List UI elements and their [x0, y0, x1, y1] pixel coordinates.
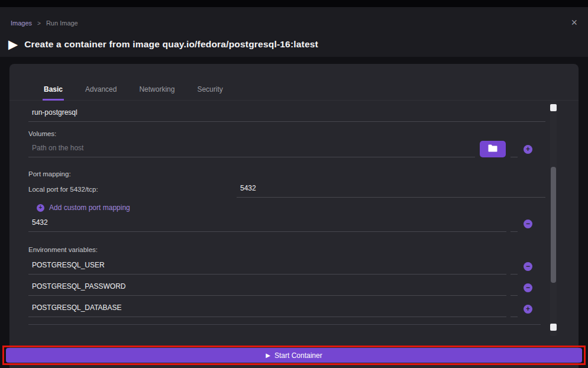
add-volume-icon[interactable]: + — [524, 145, 532, 154]
page-header: Images > Run Image × ▶ Create a containe… — [0, 7, 588, 57]
env-name-input[interactable] — [28, 301, 506, 317]
tab-basic[interactable]: Basic — [43, 80, 64, 101]
add-env-var-icon[interactable]: + — [524, 305, 532, 314]
remove-env-var-icon[interactable]: − — [524, 262, 532, 271]
breadcrumb-separator: > — [37, 20, 41, 27]
environment-variables-label: Environment variables: — [28, 246, 545, 253]
breadcrumb-images-link[interactable]: Images — [11, 20, 32, 27]
tab-bar: Basic Advanced Networking Security — [9, 80, 579, 101]
scrollbar-down-button[interactable] — [550, 324, 557, 331]
volume-host-path-input[interactable] — [28, 141, 475, 157]
scrollbar[interactable] — [550, 101, 557, 336]
custom-port-container-input[interactable] — [511, 215, 518, 232]
tab-networking[interactable]: Networking — [138, 80, 176, 101]
folder-icon — [488, 144, 497, 154]
volume-row: + — [28, 141, 532, 157]
page-title: Create a container from image quay.io/fe… — [24, 39, 318, 50]
env-value-input[interactable] — [511, 279, 518, 296]
env-name-input[interactable] — [28, 279, 506, 296]
custom-port-row: − — [28, 215, 532, 232]
custom-port-host-input[interactable] — [28, 215, 506, 232]
scrollbar-thumb[interactable] — [551, 167, 556, 283]
play-icon: ▶ — [266, 353, 270, 359]
volumes-label: Volumes: — [28, 130, 545, 137]
window-top-strip — [0, 0, 588, 7]
run-image-panel: Basic Advanced Networking Security Volum… — [9, 64, 579, 368]
local-port-input[interactable] — [237, 181, 545, 198]
env-value-input[interactable] — [511, 301, 518, 317]
next-field-underline — [28, 324, 541, 325]
env-var-row: + — [28, 301, 532, 317]
breadcrumb-current: Run Image — [46, 20, 78, 27]
tab-security[interactable]: Security — [196, 80, 224, 101]
local-port-label: Local port for 5432/tcp: — [28, 186, 237, 193]
close-icon[interactable]: × — [571, 17, 577, 28]
start-container-button[interactable]: ▶ Start Container — [6, 348, 582, 363]
add-custom-port-mapping-label: Add custom port mapping — [49, 204, 130, 212]
add-custom-port-mapping-link[interactable]: + Add custom port mapping — [37, 204, 130, 212]
start-container-label: Start Container — [274, 351, 322, 360]
browse-folder-button[interactable] — [480, 141, 506, 157]
basic-form: Volumes: + Port mapping: Local port for … — [28, 105, 545, 325]
local-port-row: Local port for 5432/tcp: — [28, 181, 545, 198]
port-mapping-label: Port mapping: — [28, 170, 545, 177]
add-port-mapping-icon: + — [37, 204, 44, 212]
app-window: Images > Run Image × ▶ Create a containe… — [0, 0, 588, 368]
tab-advanced[interactable]: Advanced — [84, 80, 118, 101]
env-name-input[interactable] — [28, 258, 506, 275]
title-row: ▶ Create a container from image quay.io/… — [8, 38, 318, 50]
scrollbar-up-button[interactable] — [550, 104, 557, 111]
remove-port-mapping-icon[interactable]: − — [524, 219, 532, 228]
breadcrumb: Images > Run Image — [11, 20, 78, 27]
remove-env-var-icon[interactable]: − — [524, 283, 532, 292]
env-var-row: − — [28, 258, 532, 275]
volume-container-path-input[interactable] — [511, 141, 518, 157]
env-var-row: − — [28, 279, 532, 296]
env-value-input[interactable] — [511, 258, 518, 275]
run-image-icon: ▶ — [8, 38, 18, 50]
container-name-input[interactable] — [28, 105, 545, 122]
